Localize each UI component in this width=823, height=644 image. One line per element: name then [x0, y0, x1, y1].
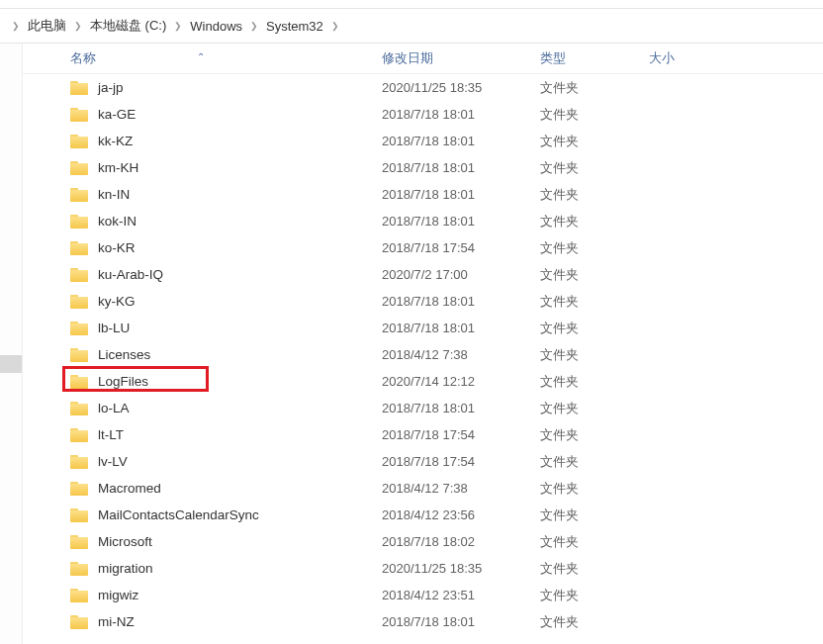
file-name-label: lo-LA — [98, 401, 130, 415]
table-row[interactable]: km-KH2018/7/18 18:01文件夹 — [23, 154, 823, 181]
folder-icon — [70, 188, 88, 202]
cell-date: 2018/7/18 18:01 — [382, 321, 540, 335]
cell-name: Macromed — [70, 481, 382, 496]
table-row[interactable]: Macromed2018/4/12 7:38文件夹 — [23, 475, 823, 502]
cell-type: 文件夹 — [540, 159, 649, 177]
cell-name: kok-IN — [70, 214, 382, 229]
table-row[interactable]: ku-Arab-IQ2020/7/2 17:00文件夹 — [23, 261, 823, 288]
table-row[interactable]: lb-LU2018/7/18 18:01文件夹 — [23, 315, 823, 341]
cell-date: 2018/7/18 18:01 — [382, 134, 540, 148]
folder-icon — [70, 402, 88, 415]
cell-type: 文件夹 — [540, 533, 649, 551]
column-header-date[interactable]: 修改日期 — [382, 49, 540, 67]
window-top-border — [0, 0, 823, 9]
column-header-name-label: 名称 — [70, 50, 96, 65]
table-row[interactable]: kok-IN2018/7/18 18:01文件夹 — [23, 208, 823, 234]
cell-date: 2018/7/18 18:01 — [382, 401, 540, 415]
cell-type: 文件夹 — [540, 453, 649, 471]
cell-type: 文件夹 — [540, 213, 649, 230]
table-row[interactable]: lt-LT2018/7/18 17:54文件夹 — [23, 421, 823, 448]
column-header-type[interactable]: 类型 — [540, 49, 649, 67]
folder-icon — [70, 535, 88, 549]
cell-date: 2018/4/12 23:51 — [382, 588, 540, 602]
cell-date: 2020/7/14 12:12 — [382, 374, 540, 389]
folder-icon — [70, 322, 88, 335]
table-row[interactable]: Microsoft2018/7/18 18:02文件夹 — [23, 528, 823, 555]
column-header-name[interactable]: 名称 ⌃ — [70, 49, 382, 67]
file-name-label: mi-NZ — [98, 614, 135, 629]
folder-icon — [70, 81, 88, 95]
cell-name: LogFiles — [70, 374, 382, 389]
breadcrumb[interactable]: ❯ 此电脑 ❯ 本地磁盘 (C:) ❯ Windows ❯ System32 ❯ — [0, 9, 823, 44]
table-row[interactable]: lo-LA2018/7/18 18:01文件夹 — [23, 395, 823, 421]
file-name-label: lb-LU — [98, 321, 130, 335]
cell-name: ka-GE — [70, 107, 382, 122]
folder-icon — [70, 135, 88, 148]
column-header-size[interactable]: 大小 — [649, 49, 728, 67]
cell-type: 文件夹 — [540, 587, 649, 604]
cell-type: 文件夹 — [540, 79, 649, 97]
table-row[interactable]: kn-IN2018/7/18 18:01文件夹 — [23, 181, 823, 208]
file-name-label: ku-Arab-IQ — [98, 267, 163, 282]
cell-name: Licenses — [70, 347, 382, 362]
table-row[interactable]: MailContactsCalendarSync2018/4/12 23:56文… — [23, 502, 823, 528]
cell-date: 2018/7/18 18:01 — [382, 294, 540, 309]
breadcrumb-item[interactable]: 此电脑 — [28, 17, 66, 35]
file-list: ja-jp2020/11/25 18:35文件夹ka-GE2018/7/18 1… — [23, 74, 823, 635]
file-name-label: LogFiles — [98, 374, 148, 389]
breadcrumb-item[interactable]: Windows — [190, 19, 242, 34]
cell-date: 2018/7/18 18:01 — [382, 107, 540, 122]
table-row[interactable]: migwiz2018/4/12 23:51文件夹 — [23, 582, 823, 608]
breadcrumb-item[interactable]: 本地磁盘 (C:) — [90, 17, 166, 35]
table-row[interactable]: ka-GE2018/7/18 18:01文件夹 — [23, 101, 823, 128]
cell-type: 文件夹 — [540, 186, 649, 204]
folder-icon — [70, 161, 88, 175]
file-name-label: lt-LT — [98, 427, 124, 442]
folder-icon — [70, 375, 88, 389]
chevron-right-icon: ❯ — [174, 21, 182, 31]
cell-date: 2018/7/18 18:02 — [382, 534, 540, 549]
table-row[interactable]: kk-KZ2018/7/18 18:01文件夹 — [23, 128, 823, 154]
cell-date: 2018/7/18 18:01 — [382, 214, 540, 229]
file-name-label: ka-GE — [98, 107, 136, 122]
cell-name: mi-NZ — [70, 614, 382, 629]
folder-icon — [70, 615, 88, 629]
table-row[interactable]: lv-LV2018/7/18 17:54文件夹 — [23, 448, 823, 475]
cell-date: 2018/7/18 18:01 — [382, 614, 540, 629]
file-name-label: migwiz — [98, 588, 138, 602]
folder-icon — [70, 562, 88, 576]
folder-icon — [70, 428, 88, 442]
cell-type: 文件夹 — [540, 239, 649, 257]
file-name-label: Licenses — [98, 347, 150, 362]
file-name-label: migration — [98, 561, 153, 576]
cell-date: 2018/4/12 23:56 — [382, 507, 540, 522]
cell-date: 2020/11/25 18:35 — [382, 80, 540, 95]
cell-type: 文件夹 — [540, 560, 649, 578]
cell-type: 文件夹 — [540, 320, 649, 337]
cell-type: 文件夹 — [540, 373, 649, 391]
table-row[interactable]: migration2020/11/25 18:35文件夹 — [23, 555, 823, 582]
chevron-right-icon: ❯ — [250, 21, 258, 31]
cell-date: 2018/7/18 18:01 — [382, 187, 540, 202]
table-row[interactable]: ko-KR2018/7/18 17:54文件夹 — [23, 234, 823, 261]
file-name-label: Macromed — [98, 481, 161, 496]
column-headers: 名称 ⌃ 修改日期 类型 大小 — [23, 44, 823, 74]
file-list-pane: 名称 ⌃ 修改日期 类型 大小 ja-jp2020/11/25 18:35文件夹… — [23, 44, 823, 644]
cell-date: 2020/7/2 17:00 — [382, 267, 540, 282]
cell-name: ku-Arab-IQ — [70, 267, 382, 282]
gutter-highlight — [0, 355, 22, 373]
cell-date: 2018/7/18 17:54 — [382, 454, 540, 469]
table-row[interactable]: Licenses2018/4/12 7:38文件夹 — [23, 341, 823, 368]
cell-name: migwiz — [70, 588, 382, 602]
breadcrumb-item[interactable]: System32 — [266, 19, 323, 34]
table-row[interactable]: mi-NZ2018/7/18 18:01文件夹 — [23, 608, 823, 635]
table-row[interactable]: ja-jp2020/11/25 18:35文件夹 — [23, 74, 823, 101]
folder-icon — [70, 589, 88, 602]
file-name-label: ko-KR — [98, 240, 136, 255]
folder-icon — [70, 215, 88, 229]
cell-name: kn-IN — [70, 187, 382, 202]
table-row[interactable]: LogFiles2020/7/14 12:12文件夹 — [23, 368, 823, 395]
cell-name: lt-LT — [70, 427, 382, 442]
table-row[interactable]: ky-KG2018/7/18 18:01文件夹 — [23, 288, 823, 315]
cell-name: MailContactsCalendarSync — [70, 507, 382, 522]
